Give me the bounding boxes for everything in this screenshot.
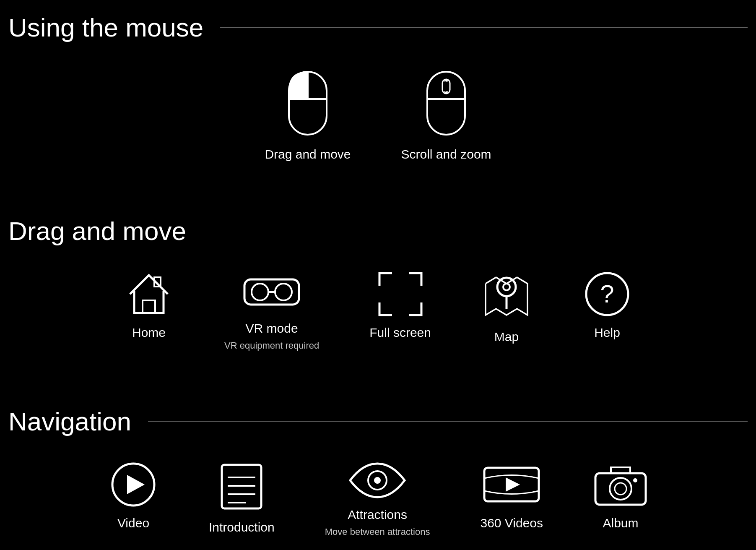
drag-icons-row: Home VR mode VR equipment required xyxy=(0,263,756,369)
360-video-icon xyxy=(482,461,541,508)
mouse-scroll-icon xyxy=(423,68,469,139)
section-header-nav: Navigation xyxy=(0,394,756,453)
svg-marker-29 xyxy=(506,477,520,492)
introduction-icon xyxy=(218,461,265,512)
icon-item-fullscreen[interactable]: Full screen xyxy=(369,271,431,340)
drag-and-move-section: Drag and move Home xyxy=(0,203,756,394)
icon-item-360[interactable]: 360 Videos xyxy=(480,461,543,530)
help-icon: ? xyxy=(584,271,630,317)
home-label: Home xyxy=(132,326,166,340)
section-header-mouse: Using the mouse xyxy=(0,0,756,59)
attractions-eye-icon xyxy=(348,461,407,499)
icon-item-scroll[interactable]: Scroll and zoom xyxy=(401,68,491,162)
svg-point-11 xyxy=(252,284,268,300)
icon-item-album[interactable]: Album xyxy=(593,461,648,530)
icon-item-home[interactable]: Home xyxy=(124,271,174,340)
fullscreen-label: Full screen xyxy=(369,326,431,340)
svg-marker-20 xyxy=(127,475,145,494)
360-label: 360 Videos xyxy=(480,516,543,530)
svg-point-12 xyxy=(275,284,292,300)
drag-label: Drag and move xyxy=(265,147,351,162)
svg-point-27 xyxy=(374,477,381,484)
svg-point-15 xyxy=(503,284,510,290)
section-title-drag: Drag and move xyxy=(8,216,186,246)
mouse-left-icon xyxy=(285,68,331,139)
mouse-icons-row: Drag and move xyxy=(0,59,756,178)
video-label: Video xyxy=(117,516,149,530)
vr-icon xyxy=(242,271,301,313)
svg-rect-8 xyxy=(143,300,155,313)
icon-item-introduction[interactable]: Introduction xyxy=(209,461,275,534)
icon-item-video[interactable]: Video xyxy=(108,461,158,530)
attractions-label: Attractions xyxy=(348,508,407,522)
album-label: Album xyxy=(603,516,639,530)
video-play-icon xyxy=(110,461,156,508)
section-header-drag: Drag and move xyxy=(0,203,756,263)
vr-sublabel: VR equipment required xyxy=(224,340,319,352)
svg-point-33 xyxy=(633,478,637,482)
section-divider-nav xyxy=(148,421,748,422)
album-camera-icon xyxy=(593,461,648,508)
icon-item-vr[interactable]: VR mode VR equipment required xyxy=(224,271,319,352)
svg-point-31 xyxy=(610,478,631,500)
using-the-mouse-section: Using the mouse Drag and move xyxy=(0,0,756,203)
section-title-mouse: Using the mouse xyxy=(8,13,203,42)
help-label: Help xyxy=(594,326,620,340)
map-label: Map xyxy=(494,330,519,344)
section-divider-drag xyxy=(203,231,748,231)
nav-icons-row: Video Introduction xyxy=(0,453,756,550)
icon-item-drag[interactable]: Drag and move xyxy=(265,68,351,162)
icon-item-help[interactable]: ? Help xyxy=(582,271,632,340)
section-title-nav: Navigation xyxy=(8,407,131,436)
attractions-sublabel: Move between attractions xyxy=(325,526,430,538)
section-divider-mouse xyxy=(220,27,748,28)
map-icon xyxy=(483,271,530,321)
introduction-label: Introduction xyxy=(209,520,275,534)
fullscreen-icon xyxy=(377,271,423,317)
navigation-section: Navigation Video xyxy=(0,394,756,550)
icon-item-attractions[interactable]: Attractions Move between attractions xyxy=(325,461,430,538)
home-icon xyxy=(126,271,172,317)
icon-item-map[interactable]: Map xyxy=(481,271,532,344)
vr-label: VR mode xyxy=(246,321,298,336)
scroll-label: Scroll and zoom xyxy=(401,147,491,162)
svg-text:?: ? xyxy=(600,280,614,308)
svg-point-32 xyxy=(615,483,626,495)
